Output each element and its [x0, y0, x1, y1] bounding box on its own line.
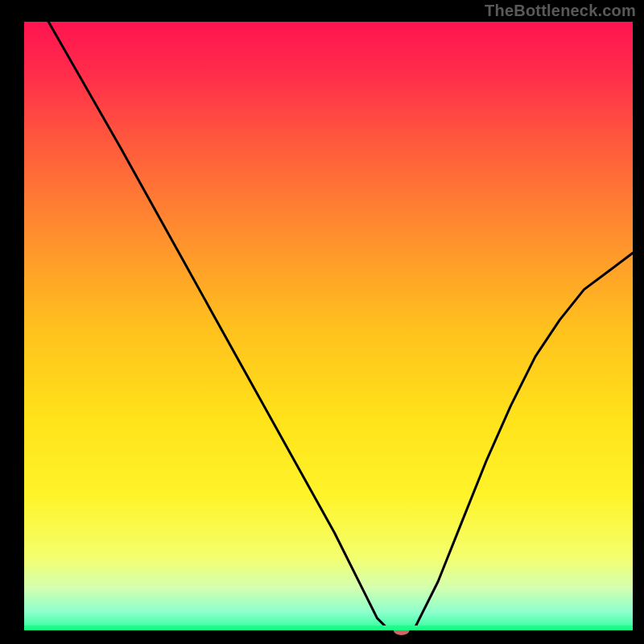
bottleneck-chart: [0, 0, 644, 644]
watermark-text: TheBottleneck.com: [485, 2, 636, 20]
plot-background: [24, 22, 633, 630]
baseline-strip: [24, 625, 633, 630]
